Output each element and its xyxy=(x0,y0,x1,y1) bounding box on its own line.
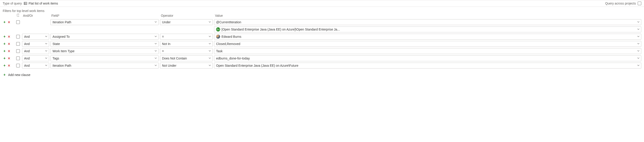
value-parameter-select[interactable]: OJ[Open Standard Enterprise Java (Java E… xyxy=(214,26,641,32)
operator-select[interactable]: Not Under xyxy=(160,63,213,68)
field-select[interactable]: Assigned To xyxy=(50,34,159,40)
row-select-checkbox[interactable] xyxy=(16,35,20,38)
row-select-checkbox[interactable] xyxy=(16,49,20,53)
operator-select[interactable]: = xyxy=(160,34,213,40)
filters-section-title: Filters for top level work items xyxy=(0,7,644,13)
value-select[interactable]: Closed,Removed xyxy=(214,41,641,47)
operator-select-text: = xyxy=(162,35,164,38)
avatar-icon xyxy=(216,35,220,39)
svg-rect-5 xyxy=(18,16,19,17)
remove-clause-button[interactable]: ✕ xyxy=(7,57,11,60)
row-select-checkbox[interactable] xyxy=(16,64,20,67)
chevron-down-icon xyxy=(154,20,157,24)
operator-select[interactable]: Does Not Contain xyxy=(160,55,213,61)
add-clause-button[interactable]: + xyxy=(3,49,6,53)
add-clause-button[interactable]: + xyxy=(3,64,6,67)
value-text: Edward Burns xyxy=(222,35,241,38)
filter-grid: And/Or Field* Operator Value +✕Iteration… xyxy=(0,13,644,72)
chevron-down-icon xyxy=(208,64,211,67)
cross-projects-checkbox[interactable] xyxy=(638,2,641,5)
value-text: @CurrentIteration xyxy=(216,20,241,24)
operator-select-text: Not Under xyxy=(162,64,176,67)
field-select-text: State xyxy=(52,42,60,46)
value-select[interactable]: Task xyxy=(214,48,641,54)
add-clause-button[interactable]: + xyxy=(3,35,6,38)
chevron-down-icon xyxy=(45,49,48,53)
value-text: Closed,Removed xyxy=(216,42,240,46)
andor-select[interactable]: And xyxy=(22,41,49,47)
row-select-checkbox[interactable] xyxy=(16,56,20,60)
field-select[interactable]: Work Item Type xyxy=(50,48,159,54)
cross-projects-label: Query across projects xyxy=(605,2,636,5)
query-type-bar: Type of query Flat list of work items Qu… xyxy=(0,0,644,7)
filter-row: +✕Iteration PathUnder@CurrentIteration xyxy=(3,19,641,25)
chevron-down-icon xyxy=(208,20,211,24)
andor-select-text: And xyxy=(24,64,30,67)
field-select[interactable]: Iteration Path xyxy=(50,63,159,68)
remove-clause-button[interactable]: ✕ xyxy=(7,64,11,67)
add-clause-button[interactable]: + xyxy=(3,56,6,60)
row-select-checkbox[interactable] xyxy=(16,42,20,46)
chevron-down-icon xyxy=(637,56,640,60)
field-select-text: Iteration Path xyxy=(52,20,71,24)
row-select-checkbox[interactable] xyxy=(16,20,20,24)
operator-select[interactable]: = xyxy=(160,48,213,54)
andor-select[interactable]: And xyxy=(22,55,49,61)
row-actions: +✕ xyxy=(3,20,14,24)
value-text: edburns_done-for-today xyxy=(216,56,250,60)
remove-clause-button[interactable]: ✕ xyxy=(7,21,11,24)
chevron-down-icon xyxy=(637,28,640,31)
remove-clause-button[interactable]: ✕ xyxy=(7,42,11,45)
row-select-cell xyxy=(15,49,21,53)
row-select-cell xyxy=(15,56,21,60)
andor-select[interactable]: And xyxy=(22,63,49,68)
chevron-down-icon xyxy=(208,49,211,53)
value-select[interactable]: edburns_done-for-today xyxy=(214,55,641,61)
filter-row: +✕AndStateNot InClosed,Removed xyxy=(3,41,641,47)
project-badge-icon: OJ xyxy=(216,27,220,31)
query-cross-projects: Query across projects xyxy=(605,2,641,5)
field-select[interactable]: State xyxy=(50,41,159,47)
flat-list-icon xyxy=(24,2,27,5)
chevron-down-icon xyxy=(45,64,48,67)
filter-header-row: And/Or Field* Operator Value xyxy=(3,13,641,18)
operator-select[interactable]: Not In xyxy=(160,41,213,47)
field-select-text: Assigned To xyxy=(52,35,70,38)
filter-sub-row: OJ[Open Standard Enterprise Java (Java E… xyxy=(3,26,641,32)
value-select[interactable]: @CurrentIteration xyxy=(214,19,641,25)
row-actions: +✕ xyxy=(3,49,14,53)
andor-select[interactable]: And xyxy=(22,34,49,40)
add-clause-button[interactable]: + xyxy=(3,20,6,24)
remove-clause-button[interactable]: ✕ xyxy=(7,49,11,53)
header-field: Field* xyxy=(50,13,159,18)
chevron-down-icon xyxy=(45,42,48,46)
chevron-down-icon xyxy=(154,49,157,53)
add-new-clause-label: Add new clause xyxy=(8,73,30,77)
value-parameter-text: [Open Standard Enterprise Java (Java EE)… xyxy=(222,28,340,31)
chevron-down-icon xyxy=(154,64,157,67)
chevron-down-icon xyxy=(154,35,157,38)
chevron-down-icon xyxy=(208,35,211,38)
add-clause-button[interactable]: + xyxy=(3,42,6,46)
query-type-value-text: Flat list of work items xyxy=(28,2,58,5)
chevron-down-icon xyxy=(208,42,211,46)
field-select-text: Iteration Path xyxy=(52,64,71,67)
header-value: Value xyxy=(214,13,641,18)
header-operator: Operator xyxy=(160,13,213,18)
operator-select[interactable]: Under xyxy=(160,19,213,25)
plus-icon: + xyxy=(3,73,6,77)
query-type-selector[interactable]: Flat list of work items xyxy=(24,2,58,5)
chevron-down-icon xyxy=(637,42,640,46)
add-new-clause[interactable]: + Add new clause xyxy=(0,72,644,79)
value-select[interactable]: Open Standard Enterprise Java (Java EE) … xyxy=(214,63,641,68)
value-select[interactable]: Edward Burns xyxy=(214,34,641,40)
group-clauses-icon[interactable] xyxy=(16,14,20,17)
operator-select-text: Does Not Contain xyxy=(162,56,187,60)
chevron-down-icon xyxy=(154,56,157,60)
remove-clause-button[interactable]: ✕ xyxy=(7,35,11,38)
chevron-down-icon xyxy=(637,64,640,67)
andor-select[interactable]: And xyxy=(22,48,49,54)
field-select[interactable]: Tags xyxy=(50,55,159,61)
field-select[interactable]: Iteration Path xyxy=(50,19,159,25)
operator-select-text: Not In xyxy=(162,42,170,46)
